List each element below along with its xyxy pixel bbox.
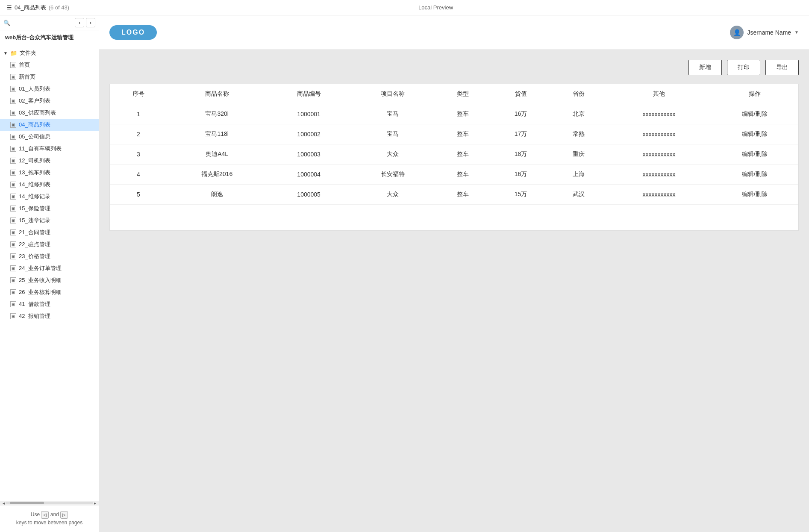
sidebar-item-label: 04_商品列表 [19, 121, 50, 129]
sidebar-item-label: 22_驻点管理 [19, 241, 50, 248]
logo: LOGO [109, 25, 157, 40]
sidebar-item-p03[interactable]: ▣ 03_供应商列表 [0, 107, 99, 119]
page-icon-p12: ▣ [10, 158, 16, 164]
search-icon: 🔍 [3, 20, 10, 26]
sidebar-item-p22[interactable]: ▣ 22_驻点管理 [0, 238, 99, 250]
cell-name: 奥迪A4L [167, 144, 267, 165]
table-header-row: 序号 商品名称 商品编号 项目名称 类型 货值 省份 其他 操作 [110, 84, 798, 104]
user-area[interactable]: 👤 Jsername Name ▼ [730, 26, 799, 39]
folder-label: 文件夹 [20, 49, 36, 57]
page-icon-p14a: ▣ [10, 182, 16, 188]
sidebar-item-label: 21_合同管理 [19, 229, 50, 236]
cell-action[interactable]: 编辑/删除 [711, 144, 798, 165]
sidebar-next-button[interactable]: › [86, 18, 95, 27]
sidebar-item-p04[interactable]: ▣ 04_商品列表 [0, 119, 99, 131]
cell-other: xxxxxxxxxxx [607, 185, 711, 205]
page-icon-p13: ▣ [10, 170, 16, 176]
page-icon-p22: ▣ [10, 241, 16, 247]
sidebar-item-p12[interactable]: ▣ 12_司机列表 [0, 155, 99, 167]
sidebar-item-p14a[interactable]: ▣ 14_维修列表 [0, 179, 99, 191]
search-input[interactable] [12, 20, 73, 26]
table-container: 序号 商品名称 商品编号 项目名称 类型 货值 省份 其他 操作 1 [109, 84, 799, 231]
cell-value: 16万 [491, 104, 550, 124]
sidebar-item-p25[interactable]: ▣ 25_业务收入明细 [0, 274, 99, 286]
hint-key1: ◁ [41, 511, 49, 519]
new-button[interactable]: 新增 [688, 60, 722, 75]
sidebar: 🔍 ‹ › web后台-合众汽车运输管理 ▼ 📁 文件夹 ▣ 首页 ▣ 新 [0, 15, 99, 532]
preview-title: Local Preview [69, 4, 802, 11]
sidebar-tree: ▼ 📁 文件夹 ▣ 首页 ▣ 新首页 ▣ 01_人员列表 ▣ 02_客户列表 ▣ [0, 45, 99, 501]
sidebar-title: web后台-合众汽车运输管理 [0, 30, 99, 45]
sidebar-item-p41[interactable]: ▣ 41_借款管理 [0, 298, 99, 310]
cell-type: 整车 [434, 124, 491, 144]
sidebar-item-label: 24_业务订单管理 [19, 265, 62, 272]
horizontal-scrollbar[interactable]: ◂ ▸ [0, 501, 99, 505]
sidebar-item-p24[interactable]: ▣ 24_业务订单管理 [0, 262, 99, 274]
page-icon-p15b: ▣ [10, 218, 16, 223]
sidebar-item-label: 15_违章记录 [19, 217, 50, 224]
print-button[interactable]: 打印 [727, 60, 760, 75]
scrollbar-track[interactable] [6, 502, 93, 504]
sidebar-item-home2[interactable]: ▣ 新首页 [0, 71, 99, 83]
cell-no: 5 [110, 185, 167, 205]
cell-action[interactable]: 编辑/删除 [711, 165, 798, 185]
sidebar-item-p21[interactable]: ▣ 21_合同管理 [0, 226, 99, 238]
page-icon-p15a: ▣ [10, 206, 16, 212]
sidebar-item-p42[interactable]: ▣ 42_报销管理 [0, 310, 99, 322]
sidebar-item-p15b[interactable]: ▣ 15_违章记录 [0, 215, 99, 226]
cell-name: 朗逸 [167, 185, 267, 205]
sidebar-item-label: 01_人员列表 [19, 85, 50, 93]
cell-type: 整车 [434, 104, 491, 124]
sidebar-item-p11[interactable]: ▣ 11_自有车辆列表 [0, 143, 99, 155]
sidebar-item-p26[interactable]: ▣ 26_业务核算明细 [0, 286, 99, 298]
col-action: 操作 [711, 84, 798, 104]
page-icon-p04: ▣ [10, 122, 16, 128]
triangle-icon: ▼ [3, 51, 8, 56]
sidebar-item-label: 12_司机列表 [19, 157, 50, 165]
cell-action[interactable]: 编辑/删除 [711, 104, 798, 124]
content-area: LOGO 👤 Jsername Name ▼ 新增 打印 导出 [99, 15, 809, 532]
table-row: 4 福克斯2016 1000004 长安福特 整车 16万 上海 xxxxxxx… [110, 165, 798, 185]
sidebar-item-p05[interactable]: ▣ 05_公司信息 [0, 131, 99, 143]
sidebar-item-p23[interactable]: ▣ 23_价格管理 [0, 250, 99, 262]
tab-page: (6 of 43) [49, 4, 69, 11]
col-other: 其他 [607, 84, 711, 104]
page-icon-p24: ▣ [10, 265, 16, 271]
page-icon-p42: ▣ [10, 313, 16, 319]
cell-type: 整车 [434, 144, 491, 165]
sidebar-item-label: 15_保险管理 [19, 205, 50, 212]
cell-code: 1000002 [267, 124, 351, 144]
sidebar-item-home1[interactable]: ▣ 首页 [0, 59, 99, 71]
sidebar-prev-button[interactable]: ‹ [75, 18, 84, 27]
sidebar-item-p01[interactable]: ▣ 01_人员列表 [0, 83, 99, 95]
sidebar-item-p14b[interactable]: ▣ 14_维修记录 [0, 191, 99, 203]
top-bar: ☰ 04_商品列表 (6 of 43) Local Preview [0, 0, 809, 15]
hint-text3: keys to move between pages [16, 520, 82, 526]
sidebar-item-label: 13_拖车列表 [19, 169, 50, 176]
cell-name: 宝马320i [167, 104, 267, 124]
cell-province: 武汉 [550, 185, 607, 205]
cell-no: 2 [110, 124, 167, 144]
cell-value: 17万 [491, 124, 550, 144]
sidebar-nav-buttons: ‹ › [75, 18, 95, 27]
export-button[interactable]: 导出 [765, 60, 799, 75]
sidebar-item-folder[interactable]: ▼ 📁 文件夹 [0, 47, 99, 59]
sidebar-item-p02[interactable]: ▣ 02_客户列表 [0, 95, 99, 107]
col-code: 商品编号 [267, 84, 351, 104]
scrollbar-thumb[interactable] [10, 502, 44, 504]
tab-icon: ☰ [7, 4, 12, 11]
page-icon-p11: ▣ [10, 146, 16, 152]
sidebar-item-p13[interactable]: ▣ 13_拖车列表 [0, 167, 99, 179]
page-icon-p21: ▣ [10, 229, 16, 235]
toolbar: 新增 打印 导出 [109, 60, 799, 75]
sidebar-item-label: 11_自有车辆列表 [19, 145, 62, 153]
sidebar-search-row: 🔍 ‹ › [0, 15, 99, 30]
page-icon-p23: ▣ [10, 253, 16, 259]
cell-action[interactable]: 编辑/删除 [711, 185, 798, 205]
cell-value: 16万 [491, 165, 550, 185]
page-content: 新增 打印 导出 序号 商品名称 商品编号 项目名称 类型 货值 [99, 50, 809, 532]
sidebar-item-p15a[interactable]: ▣ 15_保险管理 [0, 203, 99, 215]
cell-code: 1000004 [267, 165, 351, 185]
cell-action[interactable]: 编辑/删除 [711, 124, 798, 144]
user-name: Jsername Name [747, 29, 791, 36]
